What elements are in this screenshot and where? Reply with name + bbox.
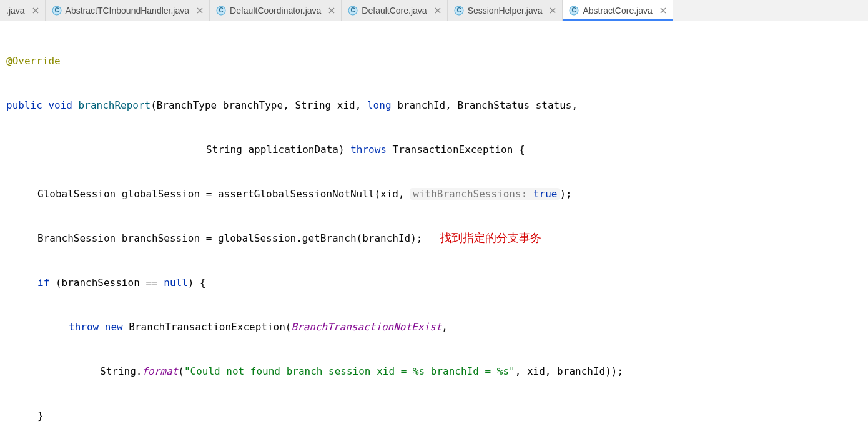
svg-text:C: C	[456, 7, 461, 14]
throw-comma: ,	[441, 321, 448, 333]
editor-tabbar: .java C AbstractTCInboundHandler.java C …	[0, 0, 868, 21]
format-open: (	[178, 365, 184, 377]
code-editor[interactable]: @Override public void branchReport(Branc…	[0, 21, 868, 429]
tab-label: .java	[6, 6, 25, 16]
tab-sessionhelper[interactable]: C SessionHelper.java	[448, 0, 563, 21]
sig-part2: branchId, BranchStatus status,	[392, 99, 578, 111]
sig-part3: String applicationData)	[206, 144, 350, 155]
close-icon[interactable]	[31, 6, 40, 15]
kw-throw: throw	[69, 321, 99, 333]
annotation-override: @Override	[6, 55, 61, 67]
kw-public: public	[6, 99, 42, 111]
code-line-branchsession: BranchSession branchSession = globalSess…	[37, 232, 423, 244]
static-format: format	[142, 365, 178, 377]
tab-label: SessionHelper.java	[468, 6, 543, 16]
svg-text:C: C	[572, 7, 576, 14]
class-icon: C	[52, 6, 62, 16]
tab-abstractcore[interactable]: C AbstractCore.java	[563, 0, 673, 21]
code-closeparen: );	[560, 188, 571, 200]
class-icon: C	[569, 6, 579, 16]
kw-long: long	[367, 99, 392, 111]
close-brace-if: }	[37, 410, 44, 422]
kw-throws: throws	[350, 144, 387, 155]
close-icon[interactable]	[433, 6, 442, 15]
method-branchreport: branchReport	[79, 99, 151, 111]
comment-find-branch: 找到指定的分支事务	[440, 232, 541, 244]
parameter-hint: withBranchSessions: true	[410, 188, 560, 200]
enum-branchtransactionnotexist: BranchTransactionNotExist	[291, 321, 441, 333]
close-icon[interactable]	[548, 6, 557, 15]
class-icon: C	[454, 6, 464, 16]
code-line-globalsession: GlobalSession globalSession = assertGlob…	[37, 188, 410, 200]
kw-if: if	[37, 277, 49, 288]
string-msg1: "Could not found branch session xid = %s…	[184, 365, 515, 377]
throw-ctor: BranchTransactionException(	[123, 321, 292, 333]
tab-label: DefaultCore.java	[362, 6, 427, 16]
kw-null: null	[164, 277, 188, 288]
sig-part1: (BranchType branchType, String xid,	[150, 99, 367, 111]
tab-java[interactable]: .java	[0, 0, 46, 21]
kw-new: new	[105, 321, 123, 333]
class-icon: C	[216, 6, 226, 16]
format-args: , xid, branchId));	[515, 365, 623, 377]
close-icon[interactable]	[327, 6, 336, 15]
close-icon[interactable]	[195, 6, 204, 15]
sig-part4: TransactionException {	[387, 144, 525, 155]
if-cond-b: ) {	[188, 277, 206, 288]
tab-abstracttcinboundhandler[interactable]: C AbstractTCInboundHandler.java	[46, 0, 210, 21]
tab-defaultcoordinator[interactable]: C DefaultCoordinator.java	[210, 0, 342, 21]
tab-label: AbstractTCInboundHandler.java	[66, 6, 189, 16]
tab-defaultcore[interactable]: C DefaultCore.java	[342, 0, 447, 21]
tab-label: AbstractCore.java	[583, 6, 652, 16]
class-icon: C	[348, 6, 358, 16]
tab-label: DefaultCoordinator.java	[230, 6, 321, 16]
if-cond-a: (branchSession ==	[49, 277, 164, 288]
close-icon[interactable]	[659, 6, 668, 15]
svg-text:C: C	[54, 7, 59, 14]
string-class: String.	[100, 365, 142, 377]
kw-void: void	[48, 99, 72, 111]
svg-text:C: C	[351, 7, 355, 14]
svg-text:C: C	[219, 7, 223, 14]
